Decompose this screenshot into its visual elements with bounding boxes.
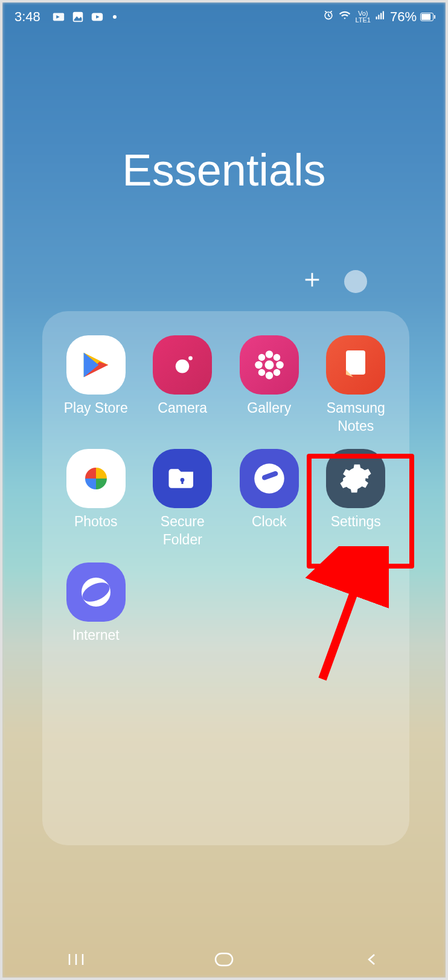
app-grid: Play Store Camera Gallery Samsung Notes bbox=[54, 335, 397, 644]
svg-rect-5 bbox=[378, 15, 379, 20]
internet-icon bbox=[66, 563, 126, 622]
app-label: Photos bbox=[74, 513, 118, 531]
app-play-store[interactable]: Play Store bbox=[54, 335, 138, 436]
status-time: 3:48 bbox=[14, 9, 40, 25]
svg-point-18 bbox=[274, 369, 281, 376]
app-gallery[interactable]: Gallery bbox=[228, 335, 311, 436]
svg-point-14 bbox=[276, 361, 284, 369]
svg-point-13 bbox=[255, 361, 263, 369]
svg-point-10 bbox=[264, 361, 274, 370]
battery-percentage: 76% bbox=[390, 9, 417, 25]
camera-icon bbox=[153, 335, 212, 395]
add-app-button[interactable] bbox=[302, 269, 322, 294]
photos-icon bbox=[66, 449, 126, 508]
navigation-bar bbox=[2, 941, 446, 978]
settings-icon bbox=[326, 449, 385, 508]
app-label: Internet bbox=[72, 627, 120, 645]
svg-point-8 bbox=[176, 359, 190, 373]
app-internet[interactable]: Internet bbox=[54, 563, 138, 645]
app-camera[interactable]: Camera bbox=[141, 335, 225, 436]
svg-rect-21 bbox=[182, 480, 184, 484]
alarm-icon bbox=[322, 9, 334, 25]
secure-folder-icon bbox=[153, 449, 212, 508]
battery-icon bbox=[420, 13, 434, 21]
app-samsung-notes[interactable]: Samsung Notes bbox=[315, 335, 398, 436]
app-settings[interactable]: Settings bbox=[315, 449, 398, 549]
app-label: Play Store bbox=[64, 399, 128, 417]
clock-icon bbox=[240, 449, 299, 508]
network-volte-icon: Vo) LTE1 bbox=[355, 10, 370, 24]
back-button[interactable] bbox=[336, 947, 408, 972]
youtube-icon bbox=[90, 10, 104, 24]
folder-title[interactable]: Essentials bbox=[2, 144, 446, 196]
signal-icon bbox=[374, 9, 386, 25]
folder-panel: Play Store Camera Gallery Samsung Notes bbox=[42, 311, 409, 845]
svg-rect-30 bbox=[216, 953, 232, 965]
app-clock[interactable]: Clock bbox=[228, 449, 311, 549]
svg-rect-4 bbox=[376, 17, 377, 20]
folder-color-button[interactable] bbox=[344, 270, 367, 293]
svg-rect-7 bbox=[383, 11, 384, 20]
outlook-icon bbox=[51, 10, 66, 24]
svg-point-16 bbox=[274, 354, 281, 361]
gallery-icon bbox=[240, 335, 299, 395]
app-label: Secure Folder bbox=[161, 513, 205, 549]
status-bar: 3:48 Vo) LTE1 76% bbox=[2, 2, 446, 31]
recent-apps-button[interactable] bbox=[40, 947, 112, 972]
app-label: Gallery bbox=[247, 399, 291, 417]
svg-point-12 bbox=[266, 372, 274, 379]
play-store-icon bbox=[66, 335, 126, 395]
svg-point-9 bbox=[188, 356, 193, 360]
more-notifications-dot bbox=[113, 15, 117, 19]
photo-icon bbox=[71, 10, 85, 24]
app-label: Camera bbox=[158, 399, 207, 417]
svg-point-11 bbox=[266, 350, 274, 358]
svg-rect-6 bbox=[380, 13, 382, 20]
svg-point-17 bbox=[258, 369, 266, 376]
app-label: Settings bbox=[331, 513, 381, 531]
svg-rect-19 bbox=[346, 350, 365, 375]
notes-icon bbox=[326, 335, 385, 395]
home-button[interactable] bbox=[188, 947, 260, 972]
app-label: Samsung Notes bbox=[327, 399, 385, 436]
app-label: Clock bbox=[252, 513, 287, 531]
app-photos[interactable]: Photos bbox=[54, 449, 138, 549]
wifi-icon bbox=[338, 9, 351, 25]
svg-point-15 bbox=[258, 354, 266, 361]
app-secure-folder[interactable]: Secure Folder bbox=[141, 449, 225, 549]
